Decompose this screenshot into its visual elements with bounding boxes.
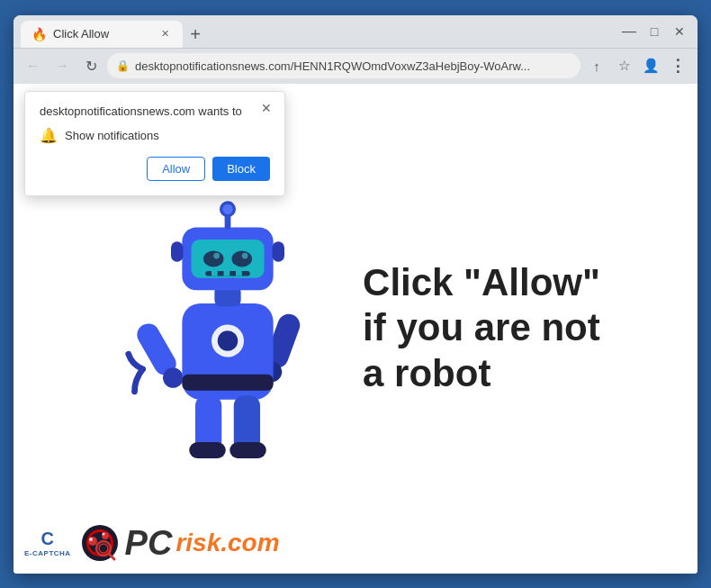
click-text-line2: if you are not bbox=[363, 305, 600, 350]
svg-rect-5 bbox=[182, 374, 273, 390]
back-button[interactable]: ← bbox=[21, 53, 46, 78]
profile-icon[interactable]: 👤 bbox=[638, 53, 663, 78]
ecaptcha-c: C bbox=[41, 529, 54, 549]
svg-point-33 bbox=[89, 538, 93, 541]
pcrisk-watermark: C E-CAPTCHA bbox=[24, 523, 280, 563]
click-allow-text: Click "Allow" if you are not a robot bbox=[363, 260, 600, 396]
svg-point-15 bbox=[242, 252, 248, 258]
maximize-button[interactable]: □ bbox=[644, 21, 665, 42]
popup-notification-row: 🔔 Show notifications bbox=[40, 127, 270, 144]
forward-button[interactable]: → bbox=[50, 53, 75, 78]
popup-close-button[interactable]: ✕ bbox=[257, 99, 275, 117]
tabs-area: 🔥 Click Allow ✕ + bbox=[21, 15, 611, 48]
ecaptcha-logo: C E-CAPTCHA bbox=[24, 529, 71, 557]
svg-rect-28 bbox=[230, 442, 266, 458]
svg-point-22 bbox=[222, 204, 232, 213]
svg-rect-26 bbox=[189, 442, 226, 458]
svg-point-35 bbox=[102, 532, 104, 535]
click-text-line3: a robot bbox=[363, 351, 600, 396]
svg-rect-17 bbox=[212, 270, 218, 276]
popup-notification-text: Show notifications bbox=[65, 129, 159, 142]
browser-window: 🔥 Click Allow ✕ + — □ ✕ ← → ↻ 🔒 desktopn… bbox=[14, 15, 698, 574]
pcrisk-icon bbox=[80, 523, 120, 563]
address-actions: ↑ ☆ 👤 ⋮ bbox=[584, 53, 690, 78]
robot-svg bbox=[111, 167, 345, 491]
block-button[interactable]: Block bbox=[212, 157, 270, 181]
lock-icon: 🔒 bbox=[116, 59, 130, 72]
reload-button[interactable]: ↻ bbox=[78, 53, 104, 78]
page-content: ✕ desktopnotificationsnews.com wants to … bbox=[14, 84, 698, 574]
menu-icon[interactable]: ⋮ bbox=[665, 53, 690, 78]
bell-icon: 🔔 bbox=[40, 127, 58, 144]
svg-rect-24 bbox=[273, 241, 285, 262]
tab-close-button[interactable]: ✕ bbox=[158, 27, 172, 41]
ecaptcha-text: E-CAPTCHA bbox=[24, 549, 71, 557]
svg-rect-19 bbox=[236, 270, 242, 276]
address-bar: ← → ↻ 🔒 desktopnotificationsnews.com/HEN… bbox=[14, 48, 698, 84]
tab-favicon: 🔥 bbox=[32, 27, 46, 41]
svg-point-12 bbox=[203, 250, 224, 267]
robot-illustration bbox=[111, 167, 345, 491]
pc-text: PC bbox=[125, 526, 173, 560]
svg-point-7 bbox=[218, 330, 238, 351]
notification-popup: ✕ desktopnotificationsnews.com wants to … bbox=[24, 91, 285, 196]
title-bar: 🔥 Click Allow ✕ + — □ ✕ bbox=[14, 15, 698, 48]
active-tab[interactable]: 🔥 Click Allow ✕ bbox=[21, 21, 183, 48]
svg-point-32 bbox=[88, 537, 97, 546]
new-tab-button[interactable]: + bbox=[183, 23, 208, 48]
bookmark-icon[interactable]: ☆ bbox=[611, 53, 636, 78]
window-controls: — □ ✕ bbox=[618, 21, 690, 42]
tab-title: Click Allow bbox=[53, 27, 150, 41]
svg-point-14 bbox=[213, 252, 220, 258]
svg-point-13 bbox=[232, 250, 253, 267]
click-text-line1: Click "Allow" bbox=[363, 260, 600, 305]
pcrisk-logo: PCrisk.com bbox=[125, 526, 280, 560]
address-input[interactable]: 🔒 desktopnotificationsnews.com/HENN1RQWO… bbox=[107, 53, 580, 78]
minimize-button[interactable]: — bbox=[618, 21, 640, 42]
svg-rect-23 bbox=[171, 241, 184, 262]
allow-button[interactable]: Allow bbox=[147, 157, 205, 181]
popup-title: desktopnotificationsnews.com wants to bbox=[40, 104, 270, 118]
svg-rect-18 bbox=[224, 270, 230, 276]
share-icon[interactable]: ↑ bbox=[584, 53, 609, 78]
risk-text: risk.com bbox=[176, 530, 279, 556]
close-button[interactable]: ✕ bbox=[669, 21, 690, 42]
popup-buttons: Allow Block bbox=[40, 157, 270, 181]
url-text: desktopnotificationsnews.com/HENN1RQWOmd… bbox=[135, 59, 572, 73]
